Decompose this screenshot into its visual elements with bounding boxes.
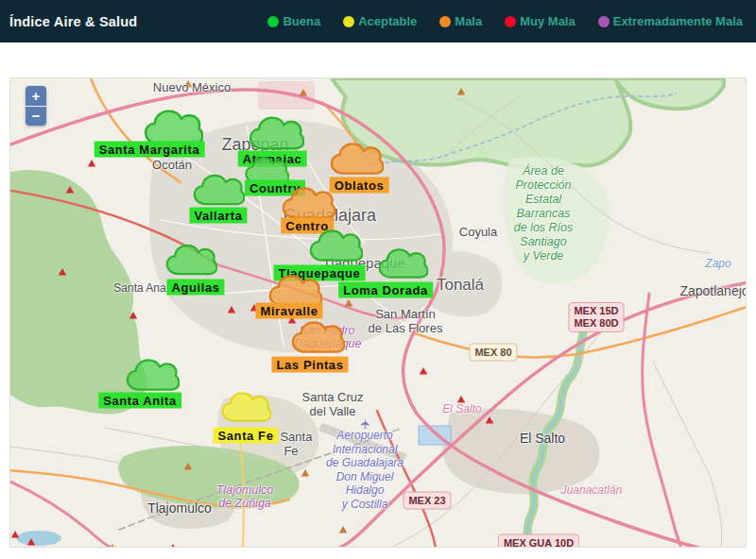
cloud-icon[interactable] — [192, 173, 245, 208]
legend-dot-icon — [439, 16, 451, 27]
station-label-miravalle[interactable]: Miravalle — [255, 303, 322, 319]
zoom-control: + − — [26, 86, 46, 126]
app-header: Índice Aire & Salud BuenaAceptableMalaMu… — [0, 0, 756, 42]
legend-item-mala: Mala — [439, 14, 482, 28]
station-label-las-pintas[interactable]: Las Pintas — [271, 357, 348, 373]
station-label-oblatos[interactable]: Oblatos — [330, 178, 389, 194]
legend-label: Mala — [455, 14, 482, 28]
legend-label: Aceptable — [358, 14, 417, 28]
legend-item-muy-mala: Muy Mala — [505, 14, 576, 28]
station-label-santa-fe[interactable]: Santa Fe — [214, 428, 279, 444]
station-label-aguilas[interactable]: Aguilas — [166, 280, 224, 296]
air-quality-legend: BuenaAceptableMalaMuy MalaExtremadamente… — [267, 14, 743, 28]
page-title: Índice Aire & Salud — [9, 14, 137, 29]
legend-item-buena: Buena — [267, 14, 320, 28]
legend-dot-icon — [267, 16, 279, 27]
cloud-icon[interactable] — [281, 185, 335, 221]
legend-item-aceptable: Aceptable — [343, 14, 417, 28]
legend-item-extremadamente-mala: Extremadamente Mala — [598, 14, 743, 28]
zoom-in-button[interactable]: + — [26, 86, 46, 106]
station-label-santa-anita[interactable]: Santa Anita — [98, 393, 181, 409]
cloud-icon[interactable] — [220, 390, 271, 424]
cloud-icon[interactable] — [377, 246, 428, 280]
cloud-icon[interactable] — [308, 228, 363, 263]
legend-label: Buena — [283, 14, 320, 28]
station-label-vallarta[interactable]: Vallarta — [189, 208, 247, 224]
legend-dot-icon — [505, 16, 516, 27]
cloud-icon[interactable] — [290, 319, 345, 355]
cloud-icon[interactable] — [329, 141, 384, 177]
legend-dot-icon — [343, 16, 354, 27]
station-label-santa-margarita[interactable]: Santa Margarita — [94, 142, 205, 158]
legend-label: Muy Mala — [520, 14, 576, 28]
legend-label: Extremadamente Mala — [613, 14, 743, 28]
map-container[interactable]: Nuevo MéxicoZapopanOcotánGuadalajaraTlaq… — [9, 77, 747, 548]
zoom-out-button[interactable]: − — [26, 106, 46, 126]
legend-dot-icon — [598, 16, 610, 27]
station-label-loma-dorada[interactable]: Loma Dorada — [338, 282, 433, 298]
cloud-icon[interactable] — [125, 357, 180, 393]
cloud-icon[interactable] — [248, 114, 304, 152]
cloud-icon[interactable] — [164, 243, 217, 278]
